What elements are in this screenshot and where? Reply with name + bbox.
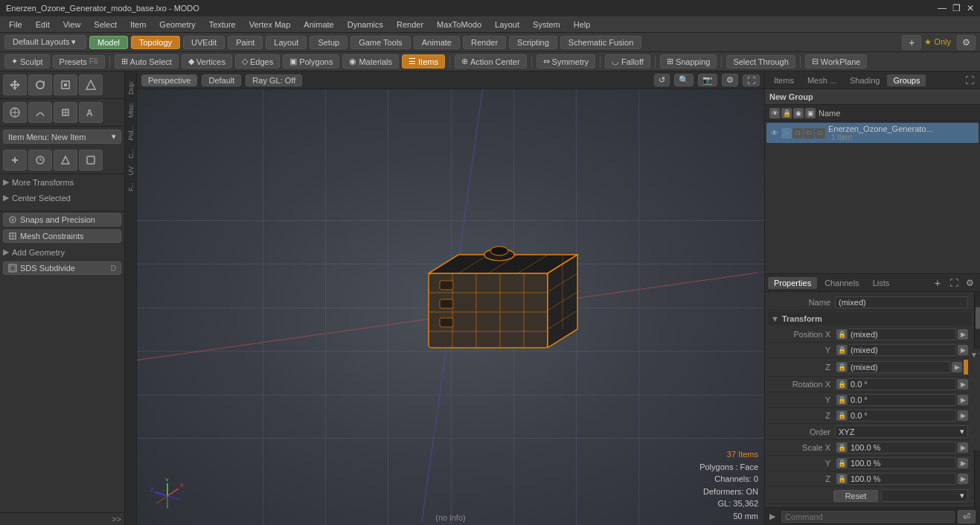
scale-x-value[interactable]: 100.0 % — [847, 442, 956, 454]
select-through-button[interactable]: Select Through — [726, 55, 795, 69]
position-y-value[interactable]: (mixed) — [847, 344, 956, 356]
menu-animate[interactable]: Animate — [298, 19, 339, 31]
tab-game-tools[interactable]: Game Tools — [350, 36, 411, 49]
command-go-button[interactable]: ⏎ — [958, 510, 976, 524]
menu-geometry[interactable]: Geometry — [153, 19, 201, 31]
scale-x-anim[interactable]: ▶ — [958, 442, 968, 453]
tab-mesh[interactable]: Mesh ... — [801, 74, 842, 86]
menu-view[interactable]: View — [57, 19, 87, 31]
rotate-tool-button[interactable] — [28, 74, 52, 95]
menu-render[interactable]: Render — [391, 19, 429, 31]
materials-button[interactable]: ◉ Materials — [342, 54, 399, 69]
workplane-button[interactable]: ⊟ WorkPlane — [805, 54, 868, 69]
menu-help[interactable]: Help — [568, 19, 597, 31]
snapping-button[interactable]: ⊞ Snapping — [660, 54, 717, 69]
menu-file[interactable]: File — [3, 19, 28, 31]
scale-tool-button[interactable] — [54, 74, 77, 95]
go-button[interactable]: ▼▼ — [970, 349, 980, 451]
viewport-camera-icon[interactable]: 📷 — [698, 74, 717, 86]
viewport-style-button[interactable]: Default — [202, 74, 241, 86]
add-layout-button[interactable]: + — [902, 35, 921, 50]
order-value[interactable]: XYZ ▾ — [835, 425, 968, 438]
rotation-x-lock[interactable]: 🔒 — [836, 379, 847, 389]
edges-button[interactable]: ◇ Edges — [235, 54, 280, 69]
menu-texture[interactable]: Texture — [203, 19, 242, 31]
position-z-value[interactable]: (mixed) — [847, 361, 950, 373]
tab-schematic-fusion[interactable]: Schematic Fusion — [560, 36, 641, 49]
center-selected-section[interactable]: ▶ Center Selected — [3, 193, 121, 203]
viewport-settings-icon[interactable]: ⚙ — [722, 74, 738, 86]
item-icon-4[interactable]: □ — [815, 128, 825, 139]
list-lock-icon[interactable]: 🔒 — [781, 108, 792, 118]
item-icon-1[interactable]: ○ — [781, 128, 792, 139]
add-geometry-section[interactable]: ▶ Add Geometry — [3, 247, 121, 257]
item-icon-2[interactable]: □ — [792, 128, 803, 139]
rotation-x-value[interactable]: 0.0 ° — [847, 378, 956, 390]
command-input[interactable] — [781, 511, 955, 523]
menu-layout[interactable]: Layout — [489, 19, 525, 31]
tab-setup[interactable]: Setup — [310, 36, 348, 49]
position-x-lock[interactable]: 🔒 — [836, 329, 847, 340]
auto-select-button[interactable]: ⊞ Auto Select — [115, 54, 179, 69]
item-eye-icon[interactable]: 👁 — [769, 128, 780, 139]
rotation-y-value[interactable]: 0.0 ° — [847, 394, 956, 406]
menu-maxtomodo[interactable]: MaxToModo — [431, 19, 487, 31]
rotation-z-value[interactable]: 0.0 ° — [847, 410, 956, 421]
tool-icon-3[interactable] — [54, 102, 77, 123]
transform-section-header[interactable]: ▼ Transform — [768, 312, 971, 325]
symmetry-button[interactable]: ⇔ Symmetry — [537, 54, 596, 69]
tab-layout[interactable]: Layout — [266, 36, 307, 49]
more-transforms-section[interactable]: ▶ More Transforms — [3, 177, 121, 187]
items-button[interactable]: ☰ Items — [402, 54, 445, 69]
item-icon-3[interactable]: □ — [804, 128, 814, 139]
tab-shading[interactable]: Shading — [844, 74, 885, 86]
tab-properties[interactable]: Properties — [768, 277, 817, 289]
list-item-row[interactable]: 👁 ○ □ □ □ Enerzen_Ozone_Generato... 1 It… — [766, 123, 979, 143]
position-y-anim[interactable]: ▶ — [958, 345, 968, 355]
snaps-precision-button[interactable]: Snaps and Precision — [3, 213, 121, 226]
tool-icon-4[interactable]: A — [79, 102, 103, 123]
viewport-zoom-icon[interactable]: 🔍 — [674, 74, 694, 86]
menu-dynamics[interactable]: Dynamics — [342, 19, 389, 31]
tab-scripting[interactable]: Scripting — [509, 36, 557, 49]
close-button[interactable]: ✕ — [967, 3, 974, 13]
tab-groups[interactable]: Groups — [887, 74, 926, 86]
expand-button[interactable]: >> — [112, 515, 121, 524]
rotation-x-anim[interactable]: ▶ — [958, 379, 968, 389]
minimize-button[interactable]: — — [938, 3, 947, 13]
sculpt-button[interactable]: ✦ Sculpt — [4, 54, 50, 69]
name-prop-value[interactable]: (mixed) — [835, 296, 968, 308]
menu-item[interactable]: Item — [124, 19, 152, 31]
add-properties-button[interactable]: + — [930, 276, 945, 290]
mesh-constraints-button[interactable]: Mesh Constraints — [3, 229, 121, 243]
reset-button[interactable]: Reset — [833, 490, 878, 502]
properties-scrollbar[interactable]: ▼▼ — [974, 292, 980, 507]
list-vis-icon[interactable]: ▣ — [805, 108, 816, 118]
tab-lists[interactable]: Lists — [867, 277, 896, 289]
transform-icon-1[interactable] — [3, 150, 27, 171]
tab-paint[interactable]: Paint — [228, 36, 263, 49]
viewport-perspective-button[interactable]: Perspective — [141, 74, 197, 86]
sds-subdivide-button[interactable]: SDS Subdivide D — [3, 261, 121, 275]
vertices-button[interactable]: ◆ Vertices — [182, 54, 232, 69]
rotation-y-anim[interactable]: ▶ — [958, 395, 968, 405]
item-menu-dropdown[interactable]: Item Menu: New Item ▾ — [3, 130, 121, 144]
scale-z-anim[interactable]: ▶ — [958, 474, 968, 484]
tool-icon-1[interactable] — [3, 102, 27, 123]
scale-y-lock[interactable]: 🔒 — [836, 458, 847, 468]
viewport-expand-icon[interactable]: ⛶ — [743, 74, 760, 86]
layout-settings-button[interactable]: ⚙ — [957, 35, 976, 50]
presets-button[interactable]: Presets F6 — [53, 55, 105, 69]
tab-animate[interactable]: Animate — [414, 36, 460, 49]
scale-x-lock[interactable]: 🔒 — [836, 442, 847, 453]
menu-select[interactable]: Select — [88, 19, 123, 31]
menu-edit[interactable]: Edit — [30, 19, 56, 31]
menu-vertex-map[interactable]: Vertex Map — [243, 19, 297, 31]
viewport-raygl-button[interactable]: Ray GL: Off — [246, 74, 302, 86]
rotation-y-lock[interactable]: 🔒 — [836, 395, 847, 405]
scale-y-value[interactable]: 100.0 % — [847, 457, 956, 469]
tab-topology[interactable]: Topology — [131, 36, 180, 49]
maximize-button[interactable]: ❐ — [952, 3, 961, 13]
viewport-rotate-icon[interactable]: ↺ — [654, 74, 670, 86]
action-center-button[interactable]: ⊕ Action Center — [455, 54, 527, 69]
